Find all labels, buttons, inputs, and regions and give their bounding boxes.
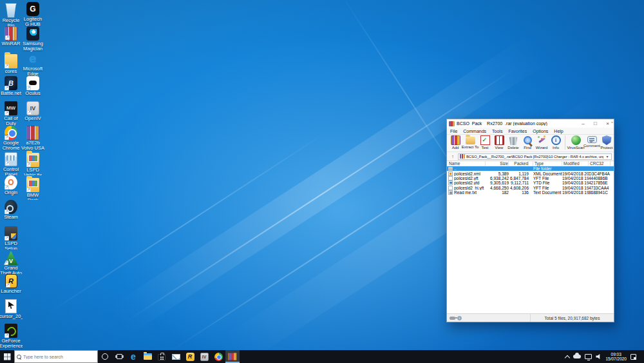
desktop-icon[interactable]: IV OpenIV (22, 101, 44, 126)
desktop-icon[interactable]: cursor_20_2 (0, 299, 22, 324)
chevron-up-icon[interactable] (565, 355, 570, 360)
toolbar-button-label: Wizard (536, 146, 548, 150)
action-center-icon[interactable] (630, 354, 636, 360)
menu-item[interactable]: Help (554, 129, 563, 133)
column-header-type[interactable]: Type (533, 161, 562, 166)
desktop-icon[interactable]: Oculus (22, 76, 44, 101)
control-panel-icon (5, 152, 17, 166)
onedrive-cloud-icon[interactable] (573, 355, 581, 358)
desktop-icon[interactable]: Control Panel (0, 150, 22, 175)
column-header-crc32[interactable]: CRC32 (589, 161, 611, 166)
taskbar-item[interactable] (140, 350, 155, 363)
toolbar-button-label: View (495, 146, 504, 150)
toolbar-overflow-icon[interactable]: » (611, 120, 613, 124)
taskbar-item[interactable] (225, 350, 240, 363)
clock-time: 09:03 (605, 352, 627, 357)
taskbar-item[interactable] (155, 350, 169, 363)
toolbar-button[interactable]: Extract To (462, 135, 478, 149)
menu-bar: FileCommandsToolsFavoritesOptionsHelp (447, 128, 614, 135)
desktop-icon[interactable]: e Microsoft Edge (22, 52, 44, 76)
maximize-button[interactable]: □ (589, 119, 601, 128)
network-monitor-icon[interactable] (585, 354, 592, 359)
table-row[interactable]: policesld2.xml 5,389 1,119 XML Document … (447, 171, 614, 175)
table-row[interactable]: policesld2.ytd 9,305,619 9,112,711 YTD F… (447, 181, 614, 185)
file-packed: 136 (509, 190, 529, 195)
taskbar-clock[interactable]: 09:03 15/07/2020 (605, 352, 627, 362)
desktop-icon[interactable]: Samsung Magician (22, 26, 44, 51)
explorer-icon (144, 353, 152, 360)
desktop-icon[interactable]: LSPD Setup (0, 225, 22, 250)
column-header-size[interactable]: Size (486, 161, 509, 166)
toolbar-button[interactable]: Info (549, 135, 563, 150)
taskbar-item[interactable] (98, 350, 112, 363)
desktop-icon[interactable]: V Grand Theft Auto V (0, 250, 22, 274)
menu-item[interactable]: Options (533, 129, 548, 133)
toolbar-button[interactable]: Protect (600, 135, 614, 150)
shortcut-arrow-badge (6, 283, 10, 288)
toolbar-button[interactable]: Test (478, 135, 492, 150)
windows-logo-icon (4, 353, 10, 360)
file-packed: 4,608,206 (509, 186, 529, 190)
desktop-icon[interactable]: a7E2b Volvo USA (22, 126, 44, 150)
file-packed: 6,847,784 (509, 176, 529, 181)
start-button[interactable] (0, 350, 14, 363)
desktop-icon-label: a7E2b Volvo USA (21, 141, 44, 150)
table-row[interactable]: Read me.txt 182 136 Text Document 19/04/… (447, 190, 614, 195)
taskbar-item[interactable]: IV (197, 350, 211, 363)
file-list-header: Name Size Packed Type Modified CRC32 (447, 161, 614, 166)
desktop-icon[interactable]: R Launcher (0, 274, 22, 299)
key-icon[interactable] (450, 317, 455, 320)
taskbar-item[interactable] (169, 350, 183, 363)
menu-item[interactable]: File (450, 129, 457, 133)
desktop-icon[interactable]: O Origin (0, 175, 22, 200)
comment-icon (587, 136, 597, 143)
file-modified: 19/04/2018 19:54 (562, 181, 589, 185)
taskbar-item[interactable] (112, 350, 126, 363)
toolbar-button[interactable]: Find (520, 135, 535, 150)
toolbar-button[interactable]: Delete (506, 135, 520, 150)
desktop-icon[interactable]: Steam (0, 200, 22, 224)
menu-item[interactable]: Favorites (508, 129, 527, 133)
taskbar-item[interactable]: e (126, 350, 140, 363)
volume-icon[interactable] (596, 354, 601, 360)
desktop-icon[interactable]: Google Chrome (0, 126, 22, 150)
desktop-icon[interactable]: BMW Pack (22, 175, 44, 200)
search-input[interactable] (23, 355, 95, 359)
toolbar-button[interactable]: Add (448, 135, 462, 150)
toolbar-button[interactable]: Comment (584, 135, 600, 148)
menu-item[interactable]: Commands (463, 129, 486, 133)
table-row[interactable]: policesld2_hi.yft 4,668,250 4,608,206 YF… (447, 186, 614, 190)
disc-icon[interactable] (457, 316, 462, 320)
menu-item[interactable]: Tools (492, 129, 502, 133)
desktop-icon[interactable]: WinRAR (0, 26, 22, 51)
chevron-down-icon[interactable]: ▾ (605, 154, 610, 159)
desktop-icon[interactable]: MW Call of Duty Modern ... (0, 101, 22, 126)
lspd-setup-icon (5, 226, 17, 240)
table-row[interactable]: .. File folder (447, 166, 614, 171)
column-header-modified[interactable]: Modified (562, 161, 589, 166)
table-row[interactable]: policesld2.yft 6,938,242 6,847,784 YFT F… (447, 176, 614, 181)
column-header-name[interactable]: Name (447, 161, 486, 166)
desktop-icon[interactable]: Recycle Bin (0, 2, 22, 26)
shortcut-arrow-badge (26, 162, 31, 167)
toolbar-button[interactable]: Wizard (535, 135, 549, 150)
file-type: File folder (533, 166, 562, 171)
toolbar-button[interactable]: View (492, 135, 506, 150)
taskbar-item[interactable]: R (183, 350, 197, 363)
file-modified: 19/04/2018 20:10 (562, 172, 589, 176)
search-box[interactable] (14, 350, 98, 363)
desktop-icon[interactable]: cores (0, 52, 22, 76)
minimize-button[interactable]: – (577, 119, 589, 128)
toolbar-button[interactable]: VirusScan (565, 135, 584, 150)
title-bar[interactable]: BCSO_Pack__Rx2700_.rar (evaluation copy)… (447, 119, 614, 128)
desktop-icon-label: Grand Theft Auto V (0, 266, 23, 274)
column-header-packed[interactable]: Packed (509, 161, 529, 166)
address-input[interactable]: BCSO_Pack__Rx2700_.rar\BCSO Pack [Rx2700… (458, 153, 612, 160)
desktop-icon[interactable]: G Logitech G HUB (22, 2, 44, 26)
up-one-level-button[interactable]: ↑ (449, 153, 457, 160)
desktop-icon[interactable]: B Battle.net (0, 76, 22, 101)
shortcut-arrow-badge (4, 260, 8, 265)
desktop-icon[interactable]: GeForce Experience (0, 324, 22, 348)
taskbar-item[interactable] (211, 350, 225, 363)
desktop-icon[interactable]: LSPD Vehic fix (22, 150, 44, 175)
